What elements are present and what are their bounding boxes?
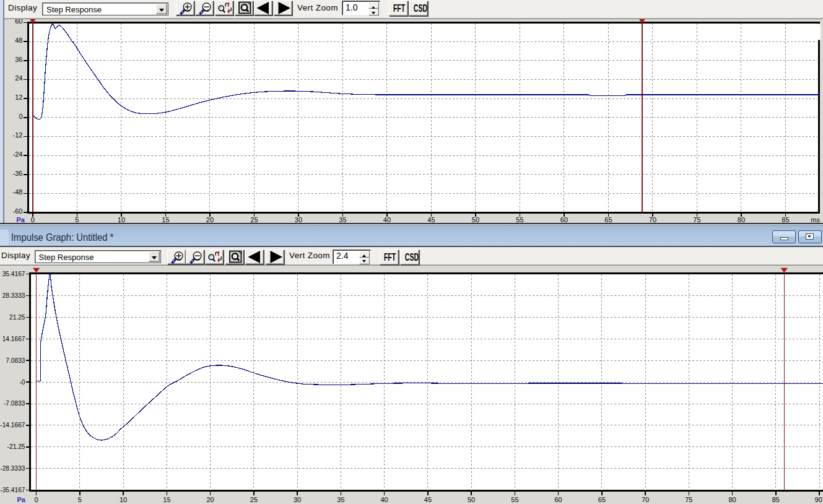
svg-text:20: 20 xyxy=(206,496,214,503)
svg-text:30: 30 xyxy=(295,216,302,223)
svg-text:30: 30 xyxy=(294,496,301,503)
svg-text:85: 85 xyxy=(772,496,780,503)
svg-text:80: 80 xyxy=(738,216,745,223)
svg-text:70: 70 xyxy=(642,496,649,503)
svg-text:0: 0 xyxy=(35,496,38,503)
svg-text:ms: ms xyxy=(811,216,820,223)
svg-text:10: 10 xyxy=(120,496,127,503)
svg-text:65: 65 xyxy=(604,216,612,223)
svg-text:55: 55 xyxy=(511,496,518,503)
svg-text:48: 48 xyxy=(15,37,22,44)
svg-text:5: 5 xyxy=(75,216,79,223)
svg-text:5: 5 xyxy=(78,496,82,503)
svg-text:45: 45 xyxy=(427,216,435,223)
svg-text:65: 65 xyxy=(598,496,606,503)
svg-text:75: 75 xyxy=(693,216,700,223)
svg-text:40: 40 xyxy=(380,496,388,503)
svg-text:-48: -48 xyxy=(13,188,23,196)
svg-text:21.25: 21.25 xyxy=(9,314,25,321)
svg-text:50: 50 xyxy=(468,496,475,503)
svg-text:15: 15 xyxy=(163,496,170,503)
svg-text:50: 50 xyxy=(472,216,479,223)
svg-text:80: 80 xyxy=(728,496,736,503)
svg-text:24: 24 xyxy=(15,74,22,82)
svg-text:60: 60 xyxy=(554,496,562,503)
svg-text:55: 55 xyxy=(516,216,523,223)
svg-text:-21.25: -21.25 xyxy=(7,443,25,450)
svg-text:0: 0 xyxy=(31,216,35,223)
svg-text:-60: -60 xyxy=(13,207,23,215)
svg-text:0: 0 xyxy=(19,113,22,120)
svg-text:85: 85 xyxy=(782,216,789,223)
svg-text:60: 60 xyxy=(560,216,568,223)
svg-text:25: 25 xyxy=(250,496,258,503)
svg-text:36: 36 xyxy=(15,56,22,63)
svg-text:35: 35 xyxy=(339,216,346,223)
svg-text:45: 45 xyxy=(424,496,432,503)
svg-text:10: 10 xyxy=(118,216,125,223)
svg-text:15: 15 xyxy=(162,216,169,223)
svg-text:-14.1667: -14.1667 xyxy=(0,422,25,428)
svg-text:-35.4167: -35.4167 xyxy=(0,487,25,493)
svg-text:35.4167: 35.4167 xyxy=(2,271,25,277)
svg-text:28.3333: 28.3333 xyxy=(2,292,25,299)
svg-text:-28.3333: -28.3333 xyxy=(0,465,25,472)
svg-text:Pa: Pa xyxy=(17,216,25,223)
svg-text:60: 60 xyxy=(15,19,22,25)
svg-text:Pa: Pa xyxy=(17,496,26,503)
svg-text:-12: -12 xyxy=(13,131,23,139)
svg-text:20: 20 xyxy=(206,216,214,223)
svg-text:-36: -36 xyxy=(13,170,23,177)
svg-text:12: 12 xyxy=(15,93,22,101)
svg-text:35: 35 xyxy=(337,496,344,503)
svg-text:-7.0833: -7.0833 xyxy=(4,400,25,407)
svg-text:-0: -0 xyxy=(19,379,25,386)
svg-text:40: 40 xyxy=(383,216,391,223)
svg-text:25: 25 xyxy=(250,216,258,223)
svg-text:75: 75 xyxy=(685,496,692,503)
svg-text:70: 70 xyxy=(649,216,656,223)
svg-text:-24: -24 xyxy=(13,150,23,158)
svg-text:90: 90 xyxy=(815,496,822,503)
svg-text:7.0833: 7.0833 xyxy=(6,357,25,364)
svg-text:14.1667: 14.1667 xyxy=(2,336,25,342)
